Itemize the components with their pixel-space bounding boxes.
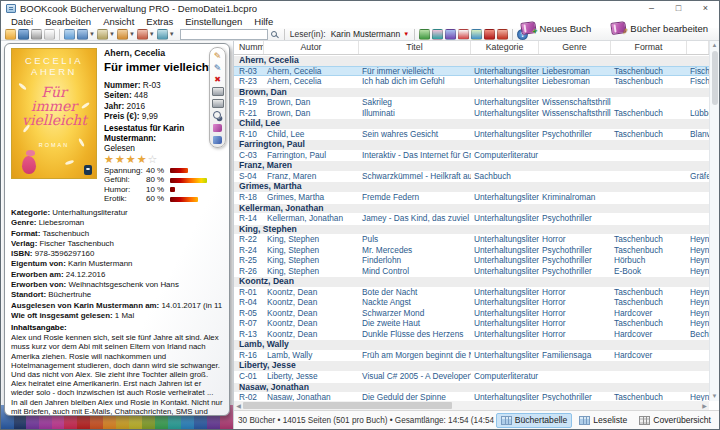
- print-preview-icon[interactable]: [44, 29, 55, 40]
- column-header[interactable]: Kategorie: [471, 41, 539, 54]
- table-row[interactable]: R-25King, StephenFinderlohnUnterhaltungs…: [234, 255, 709, 266]
- column-header[interactable]: Nummer: [234, 41, 264, 54]
- save-icon[interactable]: [18, 29, 29, 40]
- close-button[interactable]: ×: [692, 1, 719, 15]
- menu-item[interactable]: Hilfe: [248, 16, 279, 27]
- edit-cover-icon[interactable]: [212, 122, 224, 133]
- print-list-icon[interactable]: [212, 98, 224, 109]
- vertical-scroll-thumb[interactable]: [712, 51, 718, 105]
- table-row[interactable]: R-04Koontz, DeanNackte AngstUnterhaltung…: [234, 297, 709, 308]
- table-row[interactable]: R-21Brown, DanIlluminatiUnterhaltungslit…: [234, 108, 709, 119]
- chart-icon[interactable]: [458, 29, 469, 40]
- table-group-row[interactable]: Koontz, Dean: [234, 276, 709, 287]
- scroll-left-icon[interactable]: ◀: [234, 402, 243, 409]
- maximize-button[interactable]: □: [665, 1, 692, 15]
- table-row[interactable]: C-03Farrington, PaulInteraktiv - Das Int…: [234, 150, 709, 161]
- table-group-row[interactable]: Kellerman, Jonathan: [234, 203, 709, 214]
- table-group-row[interactable]: Child, Lee: [234, 118, 709, 129]
- edit-links-icon[interactable]: [212, 134, 224, 145]
- view-tab-leseliste[interactable]: Leseliste: [574, 413, 632, 428]
- menu-item[interactable]: Datei: [5, 16, 39, 27]
- pdf-icon[interactable]: [484, 29, 495, 40]
- view-tab-coverübersicht[interactable]: Coverübersicht: [634, 413, 716, 428]
- print-book-icon[interactable]: [212, 86, 224, 97]
- search-icon[interactable]: [271, 31, 277, 37]
- readers-icon[interactable]: [445, 29, 456, 40]
- table-group-row[interactable]: Nasaw, Jonathan: [234, 382, 709, 393]
- table-group-row[interactable]: Brown, Dan: [234, 87, 709, 98]
- chevron-down-icon[interactable]: ▼: [169, 31, 175, 37]
- horizontal-scroll-thumb[interactable]: [243, 402, 452, 409]
- table-row[interactable]: R-07Koontz, DeanDie zweite HautUnterhalt…: [234, 318, 709, 329]
- chevron-down-icon[interactable]: ▼: [109, 31, 115, 37]
- table-row[interactable]: R-18Grimes, MarthaFremde FedernUnterhalt…: [234, 192, 709, 203]
- edit-reader-icon[interactable]: ✎: [212, 62, 224, 73]
- open-file-icon[interactable]: [5, 29, 16, 40]
- table-group-row[interactable]: Farrington, Paul: [234, 139, 709, 150]
- print-icon[interactable]: [31, 29, 42, 40]
- rating-bar: [170, 197, 198, 202]
- delete-book-icon[interactable]: ✖: [212, 74, 224, 85]
- new-book-icon: [520, 21, 537, 35]
- table-group-row[interactable]: Grimes, Martha: [234, 181, 709, 192]
- table-row[interactable]: R-05Koontz, DeanSchwarzer MondUnterhaltu…: [234, 308, 709, 319]
- table-row[interactable]: R-02Nasaw, JonathanDie Geduld der Spinne…: [234, 392, 709, 401]
- table-group-row[interactable]: Lamb, Wally: [234, 339, 709, 350]
- column-header[interactable]: Titel: [359, 41, 471, 54]
- filter-edit-icon[interactable]: [137, 29, 148, 40]
- chevron-down-icon[interactable]: ▼: [129, 31, 135, 37]
- chevron-down-icon[interactable]: ▼: [89, 31, 95, 37]
- scroll-down-icon[interactable]: ▼: [712, 392, 718, 401]
- column-header[interactable]: Genre: [539, 41, 611, 54]
- column-header[interactable]: Autor: [264, 41, 359, 54]
- minimize-button[interactable]: –: [638, 1, 665, 15]
- group-icon[interactable]: [77, 29, 88, 40]
- detail-side-toolbar: ✎✎✖: [209, 47, 226, 148]
- table-row[interactable]: R-23Ahern, CeceliaIch hab dich im Gefühl…: [234, 76, 709, 87]
- vertical-scrollbar[interactable]: ▲ ▼: [709, 41, 719, 401]
- table-row[interactable]: R-26King, StephenMind ControlUnterhaltun…: [234, 266, 709, 277]
- table-row[interactable]: R-10Child, LeeSein wahres GesichtUnterha…: [234, 129, 709, 140]
- reader-select[interactable]: Karin Mustermann▼: [329, 29, 411, 39]
- chevron-down-icon[interactable]: ▼: [149, 31, 155, 37]
- table-group-row[interactable]: Franz, Maren: [234, 160, 709, 171]
- view-tab-büchertabelle[interactable]: Büchertabelle: [496, 413, 573, 428]
- detail-pane: CECELIAAHERN Für immer vielleicht ROMAN …: [1, 41, 233, 429]
- column-header[interactable]: [687, 41, 709, 54]
- menu-item[interactable]: Extras: [140, 16, 179, 27]
- scroll-up-icon[interactable]: ▲: [712, 41, 718, 50]
- menu-item[interactable]: Ansicht: [97, 16, 140, 27]
- scroll-right-icon[interactable]: ▶: [700, 402, 709, 409]
- edit-books-button[interactable]: Bücher bearbeiten: [606, 19, 713, 37]
- table-row[interactable]: R-16Lamb, WallyFrüh am Morgen beginnt di…: [234, 350, 709, 361]
- table-row[interactable]: R-24King, StephenMr. MercedesUnterhaltun…: [234, 245, 709, 256]
- statistics-icon[interactable]: [432, 29, 443, 40]
- menu-item[interactable]: Einstellungen: [179, 16, 248, 27]
- column-header[interactable]: Format: [611, 41, 687, 54]
- table-icon[interactable]: [64, 29, 75, 40]
- table-row[interactable]: R-14Kellerman, JonathanJamey - Das Kind,…: [234, 213, 709, 224]
- view-icon[interactable]: [157, 29, 168, 40]
- table-row[interactable]: R-03Ahern, CeceliaFür immer vielleichtUn…: [234, 66, 709, 77]
- new-book-button[interactable]: Neues Buch: [516, 19, 597, 37]
- table-group-row[interactable]: King, Stephen: [234, 224, 709, 235]
- preview-icon[interactable]: [212, 110, 224, 121]
- search-input[interactable]: [180, 29, 268, 40]
- table-row[interactable]: S-04Franz, MarenSchwarzkümmel - Heilkraf…: [234, 171, 709, 182]
- table-group-row[interactable]: Liberty, Jesse: [234, 360, 709, 371]
- table-row[interactable]: C-01Liberty, JesseVisual C# 2005 - A Dev…: [234, 371, 709, 382]
- table-group-row[interactable]: Ahern, Cecelia: [234, 55, 709, 66]
- menu-item[interactable]: Bearbeiten: [39, 16, 97, 27]
- filter-icon[interactable]: [117, 29, 128, 40]
- horizontal-scrollbar[interactable]: ◀ ▶: [234, 401, 709, 410]
- refresh-icon[interactable]: [419, 29, 430, 40]
- table-row[interactable]: R-19Brown, DanSakrilegUnterhaltungsliter…: [234, 97, 709, 108]
- detail-author: Ahern, Cecelia: [104, 48, 224, 58]
- image-export-icon[interactable]: [471, 29, 482, 40]
- table-row[interactable]: R-13Koontz, DeanDunkle Flüsse des Herzen…: [234, 329, 709, 340]
- export-icon[interactable]: [497, 29, 508, 40]
- table-row[interactable]: R-01Koontz, DeanBote der NachtUnterhaltu…: [234, 287, 709, 298]
- table-row[interactable]: R-22King, StephenPulsUnterhaltungslitera…: [234, 234, 709, 245]
- edit-book-icon[interactable]: ✎: [212, 50, 224, 61]
- sort-icon[interactable]: [97, 29, 108, 40]
